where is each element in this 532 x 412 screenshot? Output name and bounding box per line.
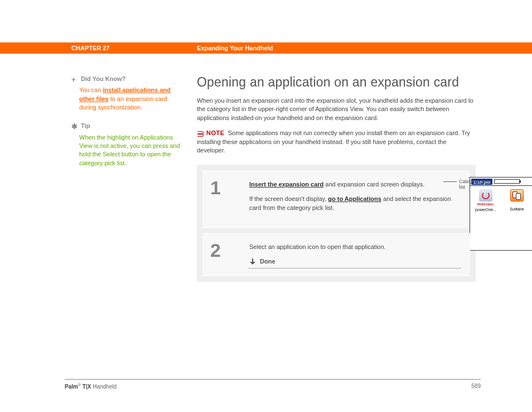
step1-text2a: If the screen doesn't display,	[249, 195, 328, 202]
battery-icon	[494, 179, 520, 184]
app-powerone[interactable]: PERSONAL powerOne...	[473, 189, 498, 212]
done-underline	[248, 268, 461, 269]
app-label-powerone: powerOne...	[473, 207, 498, 213]
chapter-header-bar: CHAPTER 27 Expanding Your Handheld	[0, 42, 532, 54]
did-you-know-block: + Did You Know? You can install applicat…	[71, 75, 197, 112]
done-arrow-icon	[249, 258, 256, 265]
page-footer: Palm® T|X Handheld 589	[65, 379, 481, 390]
done-row: Done	[249, 257, 461, 266]
intro-paragraph: When you insert an expansion card into t…	[197, 97, 476, 122]
note-paragraph: NOTE Some applications may not run corre…	[197, 129, 476, 155]
app-solitaire[interactable]: Solitaire	[505, 189, 529, 212]
app-label-solitaire: Solitaire	[505, 207, 529, 212]
dyk-text-1: You can	[79, 87, 103, 93]
asterisk-icon: ✱	[71, 122, 79, 132]
footer-palm: Palm	[65, 384, 78, 390]
apps-area: PERSONAL powerOne... Solitaire	[470, 186, 532, 250]
step-1-content: Insert the expansion card and expansion …	[249, 178, 461, 218]
tip-heading: Tip	[81, 122, 90, 129]
main-content: Opening an application on an expansion c…	[197, 75, 481, 282]
did-you-know-body: You can install applications and other f…	[71, 86, 186, 112]
step2-body: Select an application icon to open that …	[249, 243, 461, 252]
category-callout: Category pick list	[459, 179, 492, 190]
did-you-know-heading: Did You Know?	[81, 75, 125, 82]
note-icon	[197, 131, 204, 136]
solitaire-icon	[510, 189, 524, 202]
page-number: 589	[471, 383, 481, 390]
step-2-content: Select an application icon to open that …	[249, 241, 461, 266]
step-1: 1 Insert the expansion card and expansio…	[202, 170, 470, 228]
callout-leader-line	[443, 181, 457, 182]
powerone-icon	[479, 189, 492, 202]
plus-icon: +	[71, 75, 79, 85]
powerone-brand: PERSONAL	[473, 203, 498, 207]
step-number: 2	[210, 241, 249, 266]
page-body: + Did You Know? You can install applicat…	[0, 54, 532, 282]
step-number: 1	[210, 178, 249, 218]
tip-block: ✱ Tip When the highlight on Applications…	[71, 122, 197, 167]
step1-text1: and expansion card screen displays.	[323, 181, 424, 188]
sidebar: + Did You Know? You can install applicat…	[71, 75, 197, 282]
chapter-subtitle: Expanding Your Handheld	[197, 45, 273, 51]
footer-suffix: Handheld	[91, 384, 117, 390]
tip-body: When the highlight on Applications View …	[71, 133, 186, 168]
insert-card-link[interactable]: Insert the expansion card	[249, 181, 323, 188]
go-to-applications-link[interactable]: go to Applications	[328, 195, 381, 202]
footer-model: T|X	[81, 384, 91, 390]
page-title: Opening an application on an expansion c…	[197, 75, 476, 90]
chapter-label: CHAPTER 27	[71, 45, 197, 51]
done-label: Done	[260, 258, 275, 265]
steps-container: 1 Insert the expansion card and expansio…	[197, 165, 476, 282]
step-2: 2 Select an application icon to open tha…	[202, 233, 470, 276]
note-body: Some applications may not run correctly …	[197, 130, 470, 154]
note-label: NOTE	[206, 130, 225, 136]
footer-brand: Palm® T|X Handheld	[65, 383, 117, 390]
